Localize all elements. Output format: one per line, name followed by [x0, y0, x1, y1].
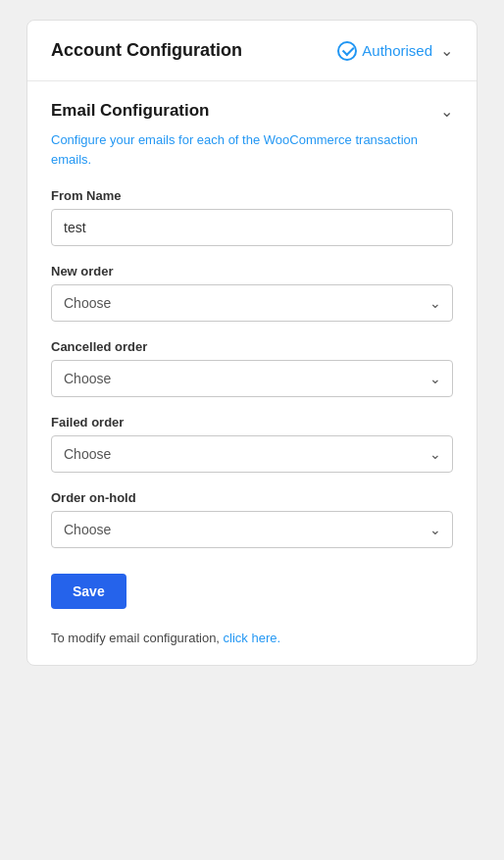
modify-text: To modify email configuration, click her…	[51, 631, 453, 645]
failed-order-select-wrapper: Choose ⌄	[51, 435, 453, 473]
cancelled-order-select[interactable]: Choose	[51, 360, 453, 397]
account-configuration-card: Account Configuration Authorised ⌄ Email…	[26, 20, 478, 666]
from-name-group: From Name	[51, 188, 453, 246]
order-on-hold-label: Order on-hold	[51, 490, 453, 505]
authorised-badge: Authorised	[337, 41, 432, 61]
account-status: Authorised ⌄	[337, 41, 453, 61]
from-name-label: From Name	[51, 188, 453, 203]
failed-order-group: Failed order Choose ⌄	[51, 415, 453, 473]
collapse-email-icon[interactable]: ⌄	[440, 102, 453, 121]
save-button[interactable]: Save	[51, 574, 126, 609]
order-on-hold-select-wrapper: Choose ⌄	[51, 511, 453, 548]
modify-link[interactable]: click here.	[224, 631, 281, 645]
new-order-select-wrapper: Choose ⌄	[51, 284, 453, 322]
cancelled-order-select-wrapper: Choose ⌄	[51, 360, 453, 397]
check-circle-icon	[337, 41, 357, 61]
email-configuration-section: Email Configuration ⌄ Configure your ema…	[27, 81, 477, 665]
failed-order-label: Failed order	[51, 415, 453, 430]
failed-order-select[interactable]: Choose	[51, 435, 453, 473]
account-title: Account Configuration	[51, 40, 242, 61]
authorised-label: Authorised	[362, 42, 432, 59]
new-order-group: New order Choose ⌄	[51, 264, 453, 322]
collapse-account-icon[interactable]: ⌄	[440, 41, 453, 60]
new-order-select[interactable]: Choose	[51, 284, 453, 322]
order-on-hold-select[interactable]: Choose	[51, 511, 453, 548]
modify-prefix: To modify email configuration,	[51, 631, 224, 645]
from-name-input[interactable]	[51, 209, 453, 246]
email-description: Configure your emails for each of the Wo…	[51, 130, 453, 169]
email-header: Email Configuration ⌄	[51, 101, 453, 121]
cancelled-order-group: Cancelled order Choose ⌄	[51, 339, 453, 397]
order-on-hold-group: Order on-hold Choose ⌄	[51, 490, 453, 548]
account-header: Account Configuration Authorised ⌄	[27, 21, 477, 81]
new-order-label: New order	[51, 264, 453, 278]
cancelled-order-label: Cancelled order	[51, 339, 453, 354]
email-title: Email Configuration	[51, 101, 210, 121]
